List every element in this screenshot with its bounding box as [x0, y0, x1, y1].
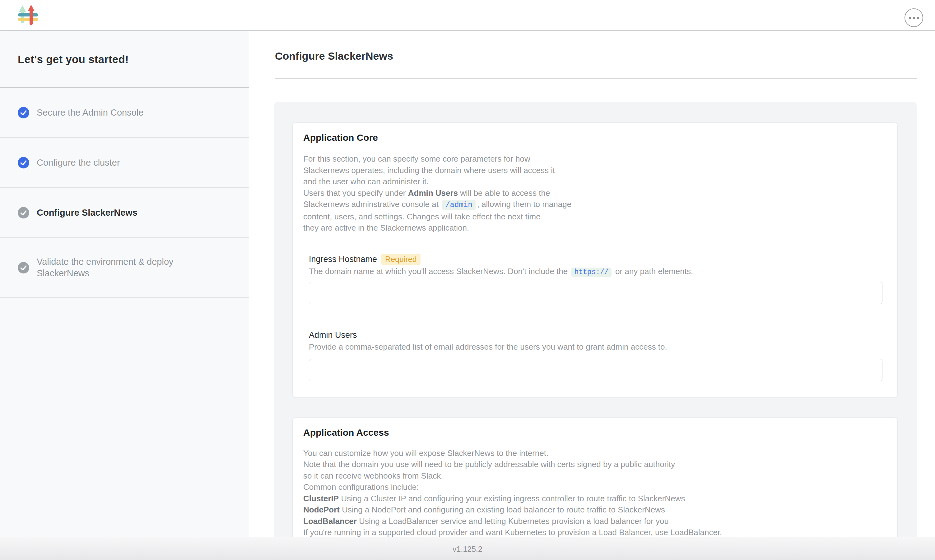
application-core-description: For this section, you can specify some c…: [303, 153, 883, 234]
overflow-menu-button[interactable]: [904, 8, 923, 27]
admin-users-field-group: Admin Users Provide a comma-separated li…: [309, 330, 883, 381]
ingress-hostname-field-group: Ingress Hostname Required The domain nam…: [309, 254, 883, 304]
step-pending-check-icon: [18, 207, 29, 218]
sidebar-step-configure-cluster[interactable]: Configure the cluster: [0, 138, 249, 188]
sidebar-step-configure-slackernews[interactable]: Configure SlackerNews: [0, 188, 249, 238]
step-label: Configure SlackerNews: [37, 207, 137, 218]
slackernews-logo-icon: [17, 3, 39, 26]
ingress-hostname-help: The domain name at which you'll access S…: [309, 266, 883, 277]
ellipsis-icon: [909, 17, 911, 19]
application-access-card: Application Access You can customize how…: [293, 418, 897, 554]
step-label: Secure the Admin Console: [37, 107, 143, 118]
ingress-hostname-label: Ingress Hostname: [309, 254, 377, 265]
app-version: v1.125.2: [452, 545, 483, 554]
page-title: Configure SlackerNews: [275, 50, 916, 62]
application-core-card: Application Core For this section, you c…: [293, 123, 897, 397]
title-divider: [275, 78, 916, 78]
application-access-description: You can customize how you will expose Sl…: [303, 448, 883, 538]
sidebar-step-validate-deploy[interactable]: Validate the environment & deploy Slacke…: [0, 238, 249, 298]
sidebar-header: Let's get you started!: [0, 31, 249, 88]
admin-users-label: Admin Users: [309, 330, 357, 340]
setup-steps-sidebar: Let's get you started! Secure the Admin …: [0, 31, 249, 560]
step-label: Configure the cluster: [37, 157, 120, 168]
step-complete-check-icon: [18, 107, 29, 118]
required-badge: Required: [381, 254, 420, 265]
card-title: Application Access: [303, 427, 883, 438]
config-content: Configure SlackerNews Application Core F…: [249, 31, 935, 560]
step-pending-check-icon: [18, 262, 29, 274]
admin-users-help: Provide a comma-separated list of email …: [309, 342, 883, 352]
card-title: Application Core: [303, 132, 883, 143]
step-complete-check-icon: [18, 157, 29, 168]
admin-users-input[interactable]: [309, 359, 883, 381]
app-footer: v1.125.2: [0, 537, 935, 560]
ingress-hostname-input[interactable]: [309, 282, 883, 304]
sidebar-step-secure-admin-console[interactable]: Secure the Admin Console: [0, 88, 249, 138]
config-panel: Application Core For this section, you c…: [274, 102, 916, 560]
top-bar: [0, 0, 935, 31]
step-label: Validate the environment & deploy Slacke…: [37, 256, 205, 279]
sidebar-title: Let's get you started!: [18, 53, 129, 66]
